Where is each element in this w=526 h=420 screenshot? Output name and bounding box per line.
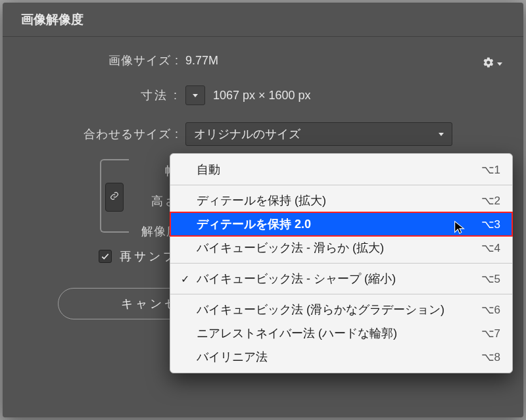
menu-item[interactable]: バイキュービック法 - 滑らか (拡大)⌥4 bbox=[170, 236, 512, 260]
fit-to-select[interactable]: オリジナルのサイズ bbox=[185, 122, 452, 146]
menu-item-label: ニアレストネイバー法 (ハードな輪郭) bbox=[197, 325, 397, 341]
image-size-value: 9.77M bbox=[185, 54, 218, 68]
menu-item-label: バイキュービック法 (滑らかなグラデーション) bbox=[197, 302, 444, 317]
menu-item-shortcut: ⌥2 bbox=[481, 194, 500, 208]
resample-checkbox[interactable] bbox=[99, 250, 112, 263]
fit-to-row: 合わせるサイズ : オリジナルのサイズ bbox=[21, 122, 505, 146]
fit-to-label: 合わせるサイズ : bbox=[21, 126, 185, 142]
settings-menu-button[interactable] bbox=[483, 55, 500, 72]
menu-item-label: ディテールを保持 2.0 bbox=[197, 216, 311, 232]
menu-separator bbox=[170, 294, 512, 294]
menu-item-label: バイリニア法 bbox=[197, 349, 268, 365]
menu-separator bbox=[170, 263, 512, 264]
height-label: 高さ bbox=[21, 193, 185, 209]
menu-item-label: ディテールを保持 (拡大) bbox=[197, 193, 326, 208]
image-size-row: 画像サイズ : 9.77M bbox=[21, 53, 505, 68]
menu-item[interactable]: ディテールを保持 (拡大)⌥2 bbox=[170, 189, 512, 212]
constrain-proportions-button[interactable] bbox=[105, 183, 124, 212]
dimensions-units-button[interactable] bbox=[185, 85, 205, 105]
dimensions-value: 1067 px × 1600 px bbox=[213, 89, 311, 103]
menu-item[interactable]: ニアレストネイバー法 (ハードな輪郭)⌥7 bbox=[170, 321, 512, 345]
chevron-down-icon bbox=[439, 133, 444, 136]
menu-item[interactable]: バイリニア法⌥8 bbox=[170, 345, 512, 369]
resample-method-menu[interactable]: 自動⌥1ディテールを保持 (拡大)⌥2ディテールを保持 2.0⌥3バイキュービッ… bbox=[170, 153, 513, 373]
menu-item-shortcut: ⌥5 bbox=[481, 272, 500, 286]
titlebar: 画像解像度 bbox=[3, 3, 523, 37]
link-icon bbox=[110, 189, 119, 206]
image-size-label: 画像サイズ : bbox=[21, 53, 185, 68]
check-icon: ✓ bbox=[179, 273, 190, 285]
menu-item-shortcut: ⌥8 bbox=[481, 350, 500, 364]
menu-item[interactable]: 自動⌥1 bbox=[170, 158, 512, 181]
gear-icon bbox=[483, 57, 494, 71]
menu-item-shortcut: ⌥4 bbox=[481, 241, 500, 255]
chevron-down-icon bbox=[497, 62, 502, 66]
dimensions-row: 寸法 : 1067 px × 1600 px bbox=[21, 85, 505, 105]
dialog-title: 画像解像度 bbox=[21, 11, 84, 28]
chevron-down-icon bbox=[193, 94, 198, 97]
menu-item-label: バイキュービック法 - シャープ (縮小) bbox=[197, 271, 396, 287]
fit-to-value: オリジナルのサイズ bbox=[194, 126, 300, 142]
menu-item[interactable]: バイキュービック法 (滑らかなグラデーション)⌥6 bbox=[170, 298, 512, 321]
menu-item-shortcut: ⌥3 bbox=[481, 218, 500, 231]
menu-item-shortcut: ⌥1 bbox=[481, 163, 500, 177]
menu-item-shortcut: ⌥6 bbox=[481, 303, 500, 317]
resolution-label: 解像度 bbox=[21, 223, 185, 239]
menu-item-label: 自動 bbox=[197, 162, 220, 177]
menu-item-shortcut: ⌥7 bbox=[481, 327, 500, 340]
width-label: 幅 bbox=[21, 163, 185, 179]
mouse-cursor bbox=[452, 218, 467, 239]
menu-item[interactable]: ✓バイキュービック法 - シャープ (縮小)⌥5 bbox=[170, 267, 512, 291]
menu-item-label: バイキュービック法 - 滑らか (拡大) bbox=[197, 240, 384, 256]
menu-separator bbox=[170, 185, 512, 185]
dimensions-label: 寸法 : bbox=[21, 87, 185, 103]
